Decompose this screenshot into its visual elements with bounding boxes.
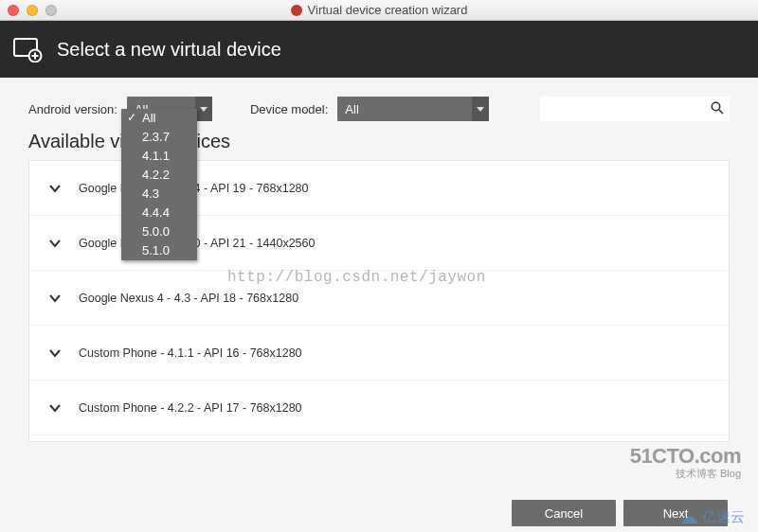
chevron-down-icon — [472, 97, 489, 121]
dropdown-option[interactable]: 2.3.7 — [121, 128, 197, 147]
cancel-button[interactable]: Cancel — [512, 500, 616, 526]
watermark-51cto-sub: 技术博客 Blog — [630, 467, 741, 481]
chevron-down-icon — [46, 345, 63, 362]
device-label: Google Nexus 4 - 4.3 - API 18 - 768x1280 — [79, 292, 298, 305]
page-title: Select a new virtual device — [57, 39, 281, 61]
minimize-icon[interactable] — [27, 5, 38, 16]
chevron-down-icon — [46, 180, 63, 197]
watermark-51cto: 51CTO.com 技术博客 Blog — [630, 446, 741, 481]
filter-bar: Android version: All Device model: All — [0, 78, 758, 131]
device-model-value: All — [345, 102, 358, 116]
svg-line-5 — [719, 110, 723, 114]
dropdown-option[interactable]: 4.3 — [121, 185, 197, 204]
device-label: Custom Phone - 4.1.1 - API 16 - 768x1280 — [79, 346, 302, 360]
chevron-down-icon — [46, 290, 63, 307]
wizard-footer: Cancel Next — [512, 500, 728, 526]
list-item[interactable]: Google Nexus 4 - 4.3 - API 18 - 768x1280 — [29, 271, 729, 326]
close-icon[interactable] — [8, 5, 19, 16]
chevron-down-icon — [46, 399, 63, 417]
next-button[interactable]: Next — [623, 500, 728, 526]
android-version-label: Android version: — [28, 102, 117, 116]
list-item[interactable]: Custom Phone - 4.2.2 - API 17 - 768x1280 — [29, 381, 729, 435]
watermark-51cto-text: 51CTO.com — [630, 446, 741, 467]
search-field[interactable] — [546, 102, 711, 116]
android-version-dropdown[interactable]: All 2.3.7 4.1.1 4.2.2 4.3 4.4.4 5.0.0 5.… — [121, 109, 197, 260]
traffic-lights — [8, 5, 57, 16]
device-model-select[interactable]: All — [337, 97, 489, 121]
device-label: Custom Phone - 4.2.2 - API 17 - 768x1280 — [79, 401, 302, 415]
device-model-label: Device model: — [250, 102, 328, 116]
dropdown-option[interactable]: 4.2.2 — [121, 166, 197, 185]
window-titlebar: Virtual device creation wizard — [0, 0, 758, 21]
chevron-down-icon — [195, 97, 212, 121]
dropdown-option[interactable]: All — [121, 109, 197, 128]
search-input[interactable] — [540, 97, 730, 121]
section-title: Available virtual devices — [0, 131, 758, 160]
app-icon — [291, 5, 302, 16]
window-title: Virtual device creation wizard — [0, 3, 758, 17]
list-item[interactable]: Custom Phone - 4.1.1 - API 16 - 768x1280 — [29, 326, 729, 381]
maximize-icon — [45, 5, 57, 16]
dropdown-option[interactable]: 4.4.4 — [121, 204, 197, 222]
dropdown-option[interactable]: 5.1.0 — [121, 241, 197, 260]
add-device-icon — [13, 36, 44, 62]
search-icon — [711, 101, 724, 117]
svg-point-4 — [712, 102, 719, 110]
dropdown-option[interactable]: 4.1.1 — [121, 147, 197, 166]
chevron-down-icon — [46, 235, 63, 252]
window-title-text: Virtual device creation wizard — [308, 3, 468, 17]
wizard-header: Select a new virtual device — [0, 21, 758, 78]
dropdown-option[interactable]: 5.0.0 — [121, 222, 197, 241]
